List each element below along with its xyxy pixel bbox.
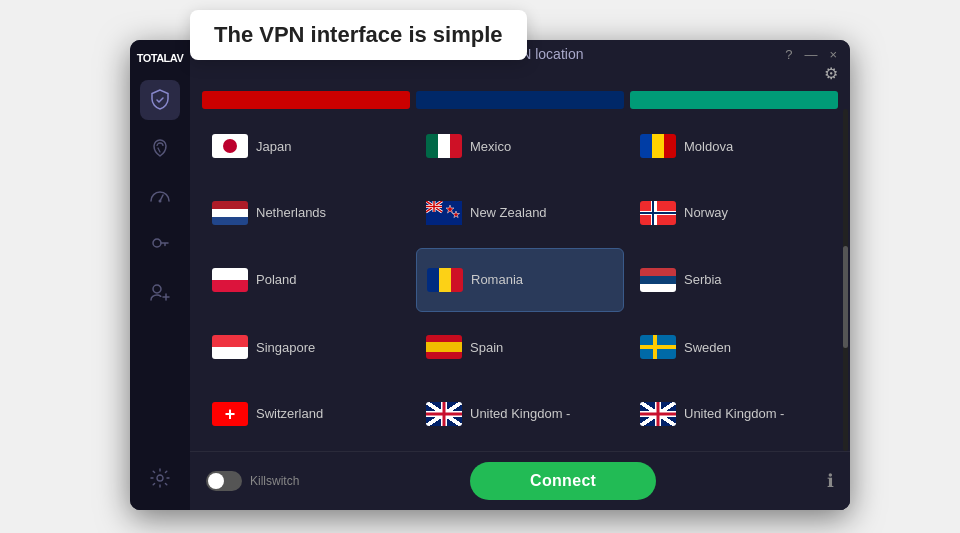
location-norway[interactable]: Norway: [630, 181, 838, 243]
connect-button[interactable]: Connect: [470, 462, 656, 500]
location-name-singapore: Singapore: [256, 340, 315, 355]
flag-uk-1: [426, 402, 462, 426]
tooltip-text: The VPN interface is simple: [214, 22, 503, 47]
location-moldova[interactable]: Moldova: [630, 115, 838, 177]
tooltip-box: The VPN interface is simple: [190, 10, 527, 60]
sidebar-item-speed[interactable]: [140, 176, 180, 216]
svg-point-3: [157, 475, 163, 481]
screenshot-wrapper: The VPN interface is simple TOTALAV: [0, 0, 960, 533]
strip-flag-red: [202, 91, 410, 109]
flag-norway: [640, 201, 676, 225]
strip-flag-blue: [416, 91, 624, 109]
location-name-serbia: Serbia: [684, 272, 722, 287]
location-netherlands[interactable]: Netherlands: [202, 181, 410, 243]
help-button[interactable]: ?: [782, 47, 795, 62]
location-mexico[interactable]: Mexico: [416, 115, 624, 177]
location-name-mexico: Mexico: [470, 139, 511, 154]
location-romania[interactable]: Romania: [416, 248, 624, 312]
location-spain[interactable]: Spain: [416, 316, 624, 378]
location-japan[interactable]: Japan: [202, 115, 410, 177]
location-uk-1[interactable]: United Kingdom -: [416, 383, 624, 445]
top-strip: [190, 87, 850, 109]
location-name-japan: Japan: [256, 139, 291, 154]
location-serbia[interactable]: Serbia: [630, 248, 838, 312]
sidebar-item-settings[interactable]: [140, 458, 180, 498]
location-name-romania: Romania: [471, 272, 523, 287]
location-name-netherlands: Netherlands: [256, 205, 326, 220]
location-poland[interactable]: Poland: [202, 248, 410, 312]
flag-japan: [212, 134, 248, 158]
location-grid-wrapper: Japan Mexico Moldova Ne: [190, 109, 850, 451]
location-name-moldova: Moldova: [684, 139, 733, 154]
flag-singapore: [212, 335, 248, 359]
location-sweden[interactable]: Sweden: [630, 316, 838, 378]
location-name-new-zealand: New Zealand: [470, 205, 547, 220]
flag-switzerland: [212, 402, 248, 426]
svg-point-0: [159, 200, 162, 203]
location-name-norway: Norway: [684, 205, 728, 220]
location-name-uk-1: United Kingdom -: [470, 406, 570, 421]
minimize-button[interactable]: —: [801, 47, 820, 62]
svg-point-2: [153, 285, 161, 293]
svg-point-1: [153, 239, 161, 247]
sidebar-item-fingerprint[interactable]: [140, 128, 180, 168]
app-logo: TOTALAV: [137, 52, 184, 64]
footer: Killswitch Connect ℹ: [190, 451, 850, 510]
flag-moldova: [640, 134, 676, 158]
sidebar: TOTALAV: [130, 40, 190, 510]
location-name-sweden: Sweden: [684, 340, 731, 355]
killswitch-toggle[interactable]: [206, 471, 242, 491]
location-singapore[interactable]: Singapore: [202, 316, 410, 378]
flag-uk-2: [640, 402, 676, 426]
settings-icon[interactable]: ⚙: [824, 64, 838, 83]
flag-poland: [212, 268, 248, 292]
location-switzerland[interactable]: Switzerland: [202, 383, 410, 445]
sidebar-item-key[interactable]: [140, 224, 180, 264]
location-name-poland: Poland: [256, 272, 296, 287]
window-controls: ? — ×: [782, 47, 840, 62]
flag-netherlands: [212, 201, 248, 225]
strip-flag-green: [630, 91, 838, 109]
main-content: Choose a VPN location ? — × ⚙: [190, 40, 850, 510]
location-grid: Japan Mexico Moldova Ne: [190, 109, 850, 451]
location-uk-2[interactable]: United Kingdom -: [630, 383, 838, 445]
info-icon[interactable]: ℹ: [827, 470, 834, 492]
sidebar-item-shield[interactable]: [140, 80, 180, 120]
flag-spain: [426, 335, 462, 359]
location-new-zealand[interactable]: New Zealand: [416, 181, 624, 243]
sidebar-item-user-add[interactable]: [140, 272, 180, 312]
flag-new-zealand: [426, 201, 462, 225]
location-name-uk-2: United Kingdom -: [684, 406, 784, 421]
flag-serbia: [640, 268, 676, 292]
flag-romania: [427, 268, 463, 292]
flag-mexico: [426, 134, 462, 158]
location-name-switzerland: Switzerland: [256, 406, 323, 421]
killswitch-area: Killswitch: [206, 471, 299, 491]
flag-sweden: [640, 335, 676, 359]
killswitch-label: Killswitch: [250, 474, 299, 488]
close-button[interactable]: ×: [826, 47, 840, 62]
app-window: TOTALAV: [130, 40, 850, 510]
location-name-spain: Spain: [470, 340, 503, 355]
